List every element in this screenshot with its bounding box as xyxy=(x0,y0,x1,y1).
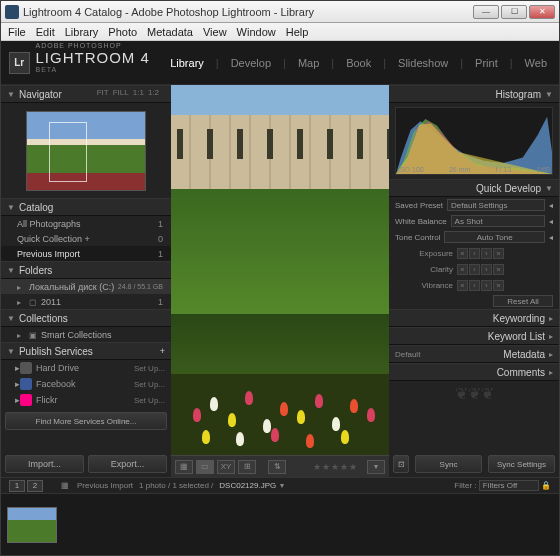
ornament-icon: ❦❦❦ xyxy=(389,381,559,405)
facebook-icon xyxy=(20,378,32,390)
dropdown-icon[interactable]: ▾ xyxy=(280,481,284,490)
brand-sup: ADOBE PHOTOSHOP xyxy=(36,42,167,49)
source-label[interactable]: Previous Import xyxy=(77,481,133,490)
module-book[interactable]: Book xyxy=(342,55,375,71)
titlebar[interactable]: Lightroom 4 Catalog - Adobe Photoshop Li… xyxy=(1,1,559,23)
histo-iso: ISO 100 xyxy=(398,166,424,173)
catalog-header[interactable]: ▼Catalog xyxy=(1,198,171,216)
nav-fit[interactable]: FIT xyxy=(97,88,109,97)
publish-fb[interactable]: ▸FacebookSet Up... xyxy=(1,376,171,392)
lock-icon[interactable]: 🔒 xyxy=(541,481,551,490)
sync-button[interactable]: Sync xyxy=(415,455,482,473)
lr-badge-icon: Lr xyxy=(9,52,30,74)
branding-bar: Lr ADOBE PHOTOSHOP LIGHTROOM 4 BETA Libr… xyxy=(1,41,559,85)
sync-settings-button[interactable]: Sync Settings xyxy=(488,455,555,473)
folders-header[interactable]: ▼Folders xyxy=(1,261,171,279)
menu-file[interactable]: File xyxy=(3,26,31,38)
brand-text: ADOBE PHOTOSHOP LIGHTROOM 4 BETA xyxy=(36,42,167,83)
app-body: Lr ADOBE PHOTOSHOP LIGHTROOM 4 BETA Libr… xyxy=(1,41,559,555)
quickdev-header[interactable]: Quick Develop▼ xyxy=(389,179,559,197)
find-services[interactable]: Find More Services Online... xyxy=(5,412,167,430)
chevron-down-icon[interactable]: ◂ xyxy=(549,201,553,210)
right-panel: Histogram▼ ISO 100 26 mm f / 13 1/60 xyxy=(389,85,559,477)
menu-photo[interactable]: Photo xyxy=(103,26,142,38)
histo-aperture: f / 13 xyxy=(496,166,512,173)
grid-icon[interactable]: ▦ xyxy=(61,481,69,490)
minimize-button[interactable]: — xyxy=(473,5,499,19)
module-picker: Library| Develop| Map| Book| Slideshow| … xyxy=(166,55,551,71)
loupe-view[interactable] xyxy=(171,85,389,455)
menu-view[interactable]: View xyxy=(198,26,232,38)
page-1[interactable]: 1 xyxy=(9,480,25,492)
publish-header[interactable]: ▼Publish Services+ xyxy=(1,342,171,360)
export-button[interactable]: Export... xyxy=(88,455,167,473)
harddrive-icon xyxy=(20,362,32,374)
filmstrip[interactable] xyxy=(1,493,559,555)
center-area: ▦ ▭ XY ⊞ ⇅ ★★★★★ ▾ xyxy=(171,85,389,477)
module-print[interactable]: Print xyxy=(471,55,502,71)
keywordlist-header[interactable]: Keyword List▸ xyxy=(389,327,559,345)
menu-window[interactable]: Window xyxy=(232,26,281,38)
comments-header[interactable]: Comments▸ xyxy=(389,363,559,381)
module-map[interactable]: Map xyxy=(294,55,323,71)
exposure-row: Exposure«‹›» xyxy=(389,245,559,261)
module-library[interactable]: Library xyxy=(166,55,208,71)
publish-hd[interactable]: ▸Hard DriveSet Up... xyxy=(1,360,171,376)
auto-tone-button[interactable]: Auto Tone xyxy=(444,231,545,243)
compare-view-icon[interactable]: XY xyxy=(217,460,235,474)
histo-focal: 26 mm xyxy=(449,166,470,173)
metadata-header[interactable]: DefaultMetadata▸ xyxy=(389,345,559,363)
page-2[interactable]: 2 xyxy=(27,480,43,492)
navigator-preview[interactable] xyxy=(1,103,171,198)
grid-view-icon[interactable]: ▦ xyxy=(175,460,193,474)
catalog-previous[interactable]: Previous Import1 xyxy=(1,246,171,261)
sort-icon[interactable]: ⇅ xyxy=(268,460,286,474)
module-web[interactable]: Web xyxy=(521,55,551,71)
loupe-view-icon[interactable]: ▭ xyxy=(196,460,214,474)
saved-preset-row: Saved Preset Default Settings ◂ xyxy=(389,197,559,213)
flickr-icon xyxy=(20,394,32,406)
keywording-header[interactable]: Keywording▸ xyxy=(389,309,559,327)
smart-collections[interactable]: ▸▣Smart Collections xyxy=(1,327,171,342)
reset-all-button[interactable]: Reset All xyxy=(493,295,553,307)
tone-row: Tone Control Auto Tone ◂ xyxy=(389,229,559,245)
rating-stars[interactable]: ★★★★★ xyxy=(313,462,358,472)
nav-1-1[interactable]: 1:1 xyxy=(133,88,144,97)
wb-select[interactable]: As Shot xyxy=(451,215,545,227)
navigator-header[interactable]: ▼Navigator FIT FILL 1:1 1:2 xyxy=(1,85,171,103)
maximize-button[interactable]: ☐ xyxy=(501,5,527,19)
brand-beta: BETA xyxy=(36,66,58,73)
nav-1-2[interactable]: 1:2 xyxy=(148,88,159,97)
chevron-down-icon[interactable]: ◂ xyxy=(549,217,553,226)
menu-metadata[interactable]: Metadata xyxy=(142,26,198,38)
module-develop[interactable]: Develop xyxy=(227,55,275,71)
publish-flickr[interactable]: ▸FlickrSet Up... xyxy=(1,392,171,408)
app-window: Lightroom 4 Catalog - Adobe Photoshop Li… xyxy=(0,0,560,556)
chevron-down-icon[interactable]: ◂ xyxy=(549,233,553,242)
toolbar-menu-icon[interactable]: ▾ xyxy=(367,460,385,474)
survey-view-icon[interactable]: ⊞ xyxy=(238,460,256,474)
left-panel: ▼Navigator FIT FILL 1:1 1:2 ▼Catalog All… xyxy=(1,85,171,477)
catalog-all[interactable]: All Photographs1 xyxy=(1,216,171,231)
filmstrip-info: 1 2 ▦ Previous Import 1 photo / 1 select… xyxy=(1,477,559,493)
filter-select[interactable]: Filters Off xyxy=(479,480,539,491)
close-button[interactable]: ✕ xyxy=(529,5,555,19)
menu-help[interactable]: Help xyxy=(281,26,314,38)
catalog-quick[interactable]: Quick Collection +0 xyxy=(1,231,171,246)
menu-edit[interactable]: Edit xyxy=(31,26,60,38)
nav-fill[interactable]: FILL xyxy=(113,88,129,97)
histogram-header[interactable]: Histogram▼ xyxy=(389,85,559,103)
thumbnail[interactable] xyxy=(7,507,57,543)
preset-select[interactable]: Default Settings xyxy=(447,199,545,211)
collections-header[interactable]: ▼Collections xyxy=(1,309,171,327)
folder-icon: ▢ xyxy=(29,298,37,306)
vibrance-row: Vibrance«‹›» xyxy=(389,277,559,293)
folder-drive[interactable]: ▸Локальный диск (C:)24.8 / 55.1 GB xyxy=(1,279,171,294)
import-button[interactable]: Import... xyxy=(5,455,84,473)
menu-library[interactable]: Library xyxy=(60,26,104,38)
histogram[interactable]: ISO 100 26 mm f / 13 1/60 xyxy=(395,107,553,175)
module-slideshow[interactable]: Slideshow xyxy=(394,55,452,71)
sync-toggle[interactable]: ⊡ xyxy=(393,455,409,473)
app-icon xyxy=(5,5,19,19)
folder-2011[interactable]: ▸▢20111 xyxy=(1,294,171,309)
